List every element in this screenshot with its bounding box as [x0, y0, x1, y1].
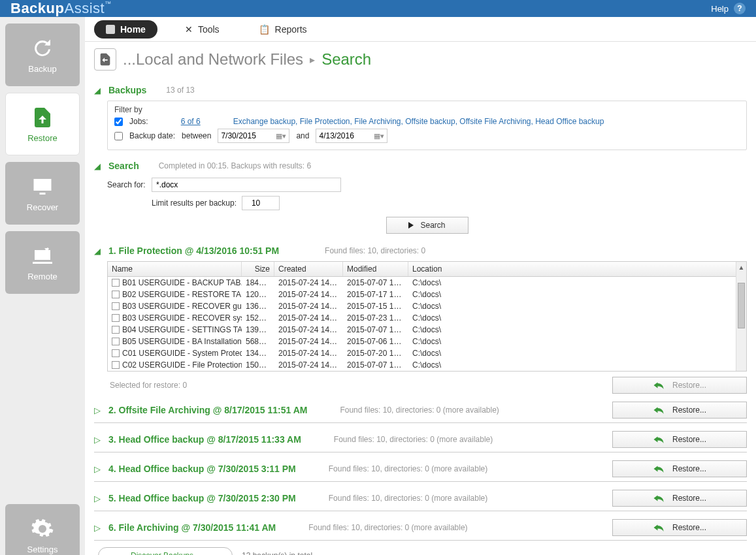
row-checkbox[interactable]: [112, 326, 120, 334]
result-subtitle: Found files: 10, directories: 0 (more av…: [329, 494, 487, 503]
restore-button[interactable]: Restore...: [612, 519, 747, 536]
expand-caret-icon[interactable]: ▷: [94, 405, 102, 415]
filter-panel: Filter by Jobs: 6 of 6 Exchange backup, …: [107, 101, 747, 150]
gear-icon: [31, 517, 54, 541]
back-button[interactable]: [94, 48, 116, 71]
search-input[interactable]: [152, 178, 341, 192]
collapsed-result: ▷2. Offsite File Archiving @ 8/17/2015 1…: [94, 398, 747, 423]
row-checkbox[interactable]: [112, 314, 120, 322]
table-row[interactable]: C01 USERGUIDE - System Protecti...134567…: [108, 347, 746, 359]
backups-section-title: Backups: [108, 85, 146, 95]
top-tabs: Home ✕Tools 📋Reports: [85, 17, 756, 42]
back-arrow-icon: [98, 52, 112, 67]
result-title: 1. File Protection @ 4/13/2016 10:51 PM: [108, 246, 279, 256]
col-modified[interactable]: Modified: [343, 262, 408, 276]
search-button[interactable]: Search: [386, 217, 468, 234]
scroll-thumb[interactable]: [738, 283, 745, 328]
expand-caret-icon[interactable]: ▷: [94, 435, 102, 445]
row-checkbox[interactable]: [112, 279, 120, 287]
restore-button[interactable]: Restore...: [612, 377, 747, 394]
result-subtitle: Found files: 10, directories: 0 (more av…: [329, 464, 487, 473]
restore-button[interactable]: Restore...: [612, 402, 747, 419]
sidebar-item-restore[interactable]: Restore: [5, 93, 80, 155]
sidebar-item-label: Recover: [27, 202, 58, 212]
jobs-label: Jobs:: [129, 117, 148, 126]
tab-reports[interactable]: 📋Reports: [247, 20, 319, 39]
row-checkbox[interactable]: [112, 361, 120, 369]
refresh-icon: [31, 37, 54, 60]
undo-arrow-icon: [653, 435, 665, 444]
backup-date-checkbox[interactable]: [114, 132, 123, 140]
jobs-checkbox[interactable]: [114, 118, 123, 126]
search-for-label: Search for:: [107, 180, 146, 189]
jobs-list: Exchange backup, File Protection, File A…: [233, 117, 604, 126]
table-row[interactable]: B02 USERGUIDE - RESTORE TAB....120177020…: [108, 289, 746, 300]
table-header: Name Size Created Modified Location: [108, 262, 746, 277]
scroll-up-icon[interactable]: ▲: [736, 262, 746, 272]
tab-home[interactable]: Home: [94, 20, 157, 39]
restore-button[interactable]: Restore...: [612, 490, 747, 507]
tab-tools[interactable]: ✕Tools: [173, 20, 231, 39]
table-row[interactable]: B01 USERGUIDE - BACKUP TAB.docx184121220…: [108, 277, 746, 289]
undo-arrow-icon: [653, 494, 665, 503]
results-table: Name Size Created Modified Location B01 …: [107, 261, 747, 372]
jobs-count-link[interactable]: 6 of 6: [181, 117, 201, 126]
restore-button[interactable]: Restore...: [612, 431, 747, 448]
undo-arrow-icon: [653, 405, 665, 415]
date-from-field[interactable]: ▦▾: [218, 129, 289, 143]
result-title: 4. Head Office backup @ 7/30/2015 3:11 P…: [108, 464, 296, 474]
result-title: 5. Head Office backup @ 7/30/2015 2:30 P…: [108, 493, 296, 503]
restore-button[interactable]: Restore...: [612, 460, 747, 477]
app-logo: BackupAssist™: [10, 0, 112, 17]
help-icon: ?: [734, 3, 746, 14]
expand-caret-icon[interactable]: ▷: [94, 523, 102, 533]
col-created[interactable]: Created: [274, 262, 343, 276]
search-section-title: Search: [108, 161, 139, 171]
row-checkbox[interactable]: [112, 349, 120, 357]
collapsed-result: ▷5. Head Office backup @ 7/30/2015 2:30 …: [94, 486, 747, 511]
sidebar-item-label: Restore: [27, 133, 58, 143]
collapsed-result: ▷6. File Archiving @ 7/30/2015 11:41 AMF…: [94, 515, 747, 541]
row-checkbox[interactable]: [112, 338, 120, 345]
sidebar-item-settings[interactable]: Settings: [5, 504, 80, 555]
sidebar: Backup Restore Recover Remote Settings: [0, 17, 85, 555]
backup-date-label: Backup date:: [129, 131, 175, 140]
expand-caret-icon[interactable]: ▷: [94, 464, 102, 474]
undo-arrow-icon: [653, 464, 665, 473]
monitor-icon: [31, 175, 54, 198]
col-size[interactable]: Size: [242, 262, 274, 276]
date-to-field[interactable]: ▦▾: [316, 129, 387, 143]
sidebar-item-label: Remote: [27, 272, 58, 281]
result-title: 6. File Archiving @ 7/30/2015 11:41 AM: [108, 522, 276, 533]
collapse-caret-icon[interactable]: ◢: [94, 246, 102, 256]
collapse-caret-icon[interactable]: ◢: [94, 86, 102, 95]
undo-arrow-icon: [653, 523, 665, 532]
row-checkbox[interactable]: [112, 302, 120, 310]
table-row[interactable]: B03 USERGUIDE - RECOVER gues...136343320…: [108, 300, 746, 312]
sidebar-item-recover[interactable]: Recover: [5, 162, 80, 225]
collapse-caret-icon[interactable]: ◢: [94, 161, 102, 171]
collapsed-result: ▷4. Head Office backup @ 7/30/2015 3:11 …: [94, 456, 747, 482]
col-location[interactable]: Location: [408, 262, 746, 276]
expand-caret-icon[interactable]: ▷: [94, 494, 102, 503]
result-title: 3. Head Office backup @ 8/17/2015 11:33 …: [108, 434, 301, 445]
table-row[interactable]: B04 USERGUIDE - SETTINGS TAB....13981522…: [108, 324, 746, 336]
sidebar-item-remote[interactable]: Remote: [5, 231, 80, 294]
table-row[interactable]: C02 USERGUIDE - File Protection....15062…: [108, 359, 746, 371]
chevron-right-icon: ▸: [310, 54, 315, 66]
row-checkbox[interactable]: [112, 291, 120, 298]
sidebar-item-label: Backup: [28, 64, 56, 74]
calendar-icon: ▦▾: [276, 132, 286, 140]
table-row[interactable]: B05 USERGUIDE - BA Installation....56834…: [108, 336, 746, 347]
laptop-arrow-icon: [31, 244, 54, 268]
help-link[interactable]: Help ?: [711, 3, 746, 14]
backup-total-label: 13 backup(s) in total.: [242, 551, 314, 555]
vertical-scrollbar[interactable]: ▲: [736, 262, 746, 371]
topbar: BackupAssist™ Help ?: [0, 0, 756, 17]
table-row[interactable]: B03 USERGUIDE - RECOVER syste...15239182…: [108, 312, 746, 324]
discover-backups-button[interactable]: Discover Backups...: [98, 547, 233, 555]
col-name[interactable]: Name: [108, 262, 242, 276]
limit-input[interactable]: [242, 196, 280, 210]
filter-by-label: Filter by: [114, 105, 740, 114]
sidebar-item-backup[interactable]: Backup: [5, 24, 80, 86]
